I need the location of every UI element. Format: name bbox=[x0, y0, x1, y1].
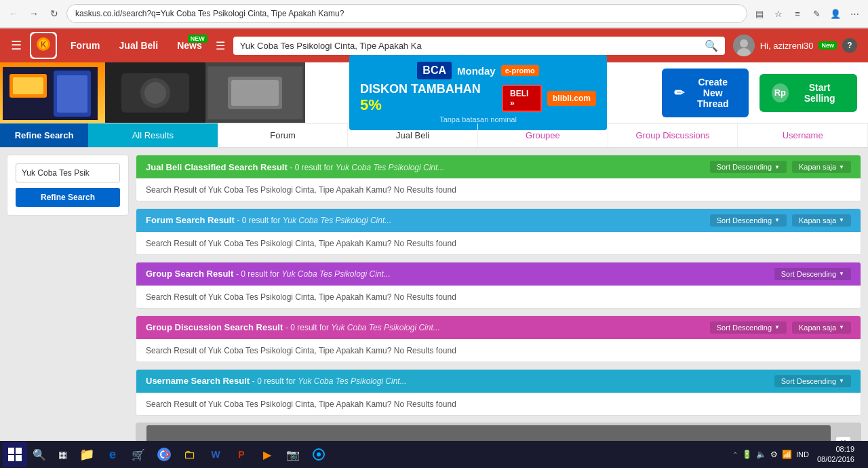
search-tabs: Refine Search All Results Forum Jual Bel… bbox=[0, 123, 868, 148]
group-title: Group Search Result bbox=[146, 269, 233, 279]
forum-count: - 0 result for bbox=[237, 216, 282, 225]
store-btn[interactable]: 🛒 bbox=[126, 442, 151, 467]
create-thread-line2: Thread bbox=[690, 98, 736, 109]
svg-rect-11 bbox=[57, 75, 87, 113]
edit-button[interactable]: ✎ bbox=[808, 5, 825, 22]
user-avatar bbox=[733, 35, 755, 56]
user-button[interactable]: 👤 bbox=[827, 5, 844, 22]
more-nav-button[interactable]: ☰ bbox=[216, 39, 225, 52]
more-button[interactable]: ⋯ bbox=[846, 5, 863, 22]
group-header: Group Search Result - 0 result for Yuk C… bbox=[136, 262, 861, 286]
file-explorer-btn[interactable]: 📁 bbox=[75, 442, 99, 467]
url-bar[interactable] bbox=[66, 4, 747, 23]
camera-btn[interactable]: 📷 bbox=[281, 442, 305, 467]
news-nav[interactable]: News NEW bbox=[172, 40, 208, 51]
group-discussion-sort-button[interactable]: Sort Descending bbox=[710, 321, 787, 334]
jual-beli-kapan-button[interactable]: Kapan saja bbox=[792, 161, 851, 173]
tab-all-results[interactable]: All Results bbox=[88, 123, 218, 147]
forum-kapan-button[interactable]: Kapan saja bbox=[792, 214, 851, 227]
create-thread-button[interactable]: ✏ Create New Thread bbox=[662, 69, 749, 117]
svg-point-5 bbox=[740, 39, 748, 47]
bookmark-button[interactable]: ☆ bbox=[770, 5, 787, 22]
taskbar-right: ⌃ 🔋 🔈 ⚙ 📶 IND 08:19 08/02/2016 bbox=[732, 444, 865, 465]
username-section: Username Search Result - 0 result for Yu… bbox=[136, 369, 861, 416]
username-header: Username Search Result - 0 result for Yu… bbox=[136, 370, 861, 393]
back-button[interactable]: ← bbox=[5, 5, 22, 22]
tab-jual-beli[interactable]: Jual Beli bbox=[348, 123, 478, 147]
username-sort-button[interactable]: Sort Descending bbox=[774, 375, 851, 387]
user-new-badge: New bbox=[818, 41, 837, 50]
ie-btn[interactable]: e bbox=[100, 442, 125, 467]
search-taskbar-btn[interactable]: 🔍 bbox=[28, 442, 50, 467]
news-new-badge: NEW bbox=[188, 35, 208, 43]
action-buttons-area: ✏ Create New Thread Rp Start Selling bbox=[651, 62, 868, 123]
main-content: Refine Search Jual Beli Classified Searc… bbox=[0, 148, 868, 468]
create-thread-line1: Create New bbox=[690, 77, 736, 98]
group-body: Search Result of Yuk Coba Tes Psikologi … bbox=[136, 286, 861, 309]
group-discussion-body: Search Result of Yuk Coba Tes Psikologi … bbox=[136, 339, 861, 362]
word-btn[interactable]: W bbox=[203, 442, 228, 467]
refine-search-button[interactable]: Refine Search bbox=[16, 188, 120, 207]
refine-tab[interactable]: Refine Search bbox=[0, 123, 88, 147]
forward-button[interactable]: → bbox=[26, 5, 42, 22]
media-btn[interactable]: ▶ bbox=[255, 442, 279, 467]
start-selling-label: Start Selling bbox=[794, 82, 845, 104]
svg-point-27 bbox=[317, 452, 321, 456]
tab-username[interactable]: Username bbox=[738, 123, 868, 147]
jual-beli-sort-button[interactable]: Sort Descending bbox=[710, 161, 787, 173]
ppt-btn[interactable]: P bbox=[229, 442, 254, 467]
svg-rect-9 bbox=[13, 77, 43, 94]
taskbar-time: 08:19 bbox=[817, 444, 854, 454]
username-body: Search Result of Yuk Coba Tes Psikologi … bbox=[136, 393, 861, 416]
group-discussion-kapan-button[interactable]: Kapan saja bbox=[792, 321, 851, 334]
jual-beli-query: Yuk Coba Tes Psikologi Cint... bbox=[336, 163, 445, 172]
forum-title: Forum Search Result bbox=[146, 215, 235, 225]
group-discussion-title: Group Discussion Search Result bbox=[146, 322, 283, 332]
ad-image-2 bbox=[105, 62, 205, 123]
hamburger-menu[interactable]: ☰ bbox=[11, 38, 22, 53]
main-search-input[interactable] bbox=[240, 41, 701, 51]
group-query: Yuk Coba Tes Psikologi Cint... bbox=[281, 269, 391, 279]
jual-beli-title: Jual Beli Classified Search Result bbox=[146, 162, 288, 172]
taskbar-clock: 08:19 08/02/2016 bbox=[812, 444, 860, 465]
taskbar-date: 08/02/2016 bbox=[817, 454, 854, 465]
jual-beli-body: Search Result of Yuk Coba Tes Psikologi … bbox=[136, 178, 861, 201]
taskbar: 🔍 ▦ 📁 e 🛒 🗀 W P ▶ 📷 ⌃ 🔋 🔈 ⚙ 📶 IN bbox=[0, 441, 868, 468]
ad-image-3 bbox=[205, 62, 305, 123]
forum-nav[interactable]: Forum bbox=[65, 40, 106, 51]
svg-rect-18 bbox=[231, 80, 279, 106]
tab-group-discussions[interactable]: Group Discussions bbox=[608, 123, 738, 147]
tab-groupee[interactable]: Groupee bbox=[478, 123, 608, 147]
create-thread-icon: ✏ bbox=[674, 85, 684, 100]
username-query: Yuk Coba Tes Psikologi Cint... bbox=[298, 376, 407, 386]
group-sort-button[interactable]: Sort Descending bbox=[774, 268, 851, 280]
forum-query: Yuk Coba Tes Psikologi Cint... bbox=[283, 216, 392, 225]
forum-header: Forum Search Result - 0 result for Yuk C… bbox=[136, 209, 861, 232]
forum-sort-button[interactable]: Sort Descending bbox=[710, 214, 787, 227]
site-logo: K bbox=[30, 32, 57, 59]
refine-search-input[interactable] bbox=[16, 163, 120, 182]
svg-rect-22 bbox=[16, 455, 22, 461]
refresh-button[interactable]: ↻ bbox=[46, 5, 62, 22]
bca-ad[interactable]: BCA Monday e-promo DISKON TAMBAHAN 5% BE… bbox=[305, 62, 651, 123]
menu-button[interactable]: ≡ bbox=[789, 5, 806, 22]
jual-beli-nav[interactable]: Jual Beli bbox=[114, 40, 164, 51]
forum-section: Forum Search Result - 0 result for Yuk C… bbox=[136, 208, 861, 255]
svg-point-15 bbox=[144, 82, 166, 104]
chrome-btn[interactable] bbox=[152, 442, 176, 467]
task-view-btn[interactable]: ▦ bbox=[52, 442, 73, 467]
tab-view-button[interactable]: ▤ bbox=[751, 5, 768, 22]
start-button[interactable] bbox=[3, 442, 27, 467]
main-search-button[interactable]: 🔍 bbox=[705, 39, 718, 52]
svg-rect-21 bbox=[8, 455, 14, 461]
group-section: Group Search Result - 0 result for Yuk C… bbox=[136, 262, 861, 309]
group-discussion-count: - 0 result for bbox=[285, 323, 331, 332]
tab-forum[interactable]: Forum bbox=[218, 123, 349, 147]
user-greeting: Hi, azizreni30 bbox=[760, 41, 814, 51]
start-selling-button[interactable]: Rp Start Selling bbox=[760, 74, 857, 112]
settings-btn[interactable] bbox=[307, 442, 331, 467]
folder-btn[interactable]: 🗀 bbox=[178, 442, 202, 467]
help-button[interactable]: ? bbox=[842, 38, 857, 53]
group-discussion-header: Group Discussion Search Result - 0 resul… bbox=[136, 316, 861, 339]
jual-beli-header: Jual Beli Classified Search Result - 0 r… bbox=[136, 155, 861, 178]
